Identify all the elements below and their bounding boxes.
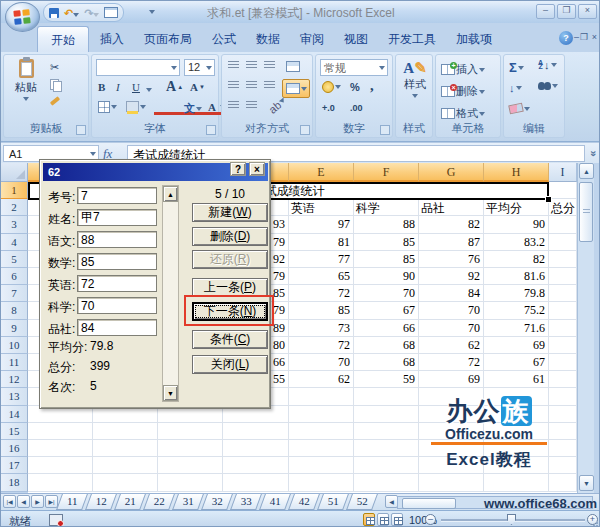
cell-E14[interactable] [289,406,354,423]
workbook-restore-icon[interactable]: ❐ [580,32,588,42]
cell-G3[interactable]: 82 [419,216,484,233]
align-bottom-button[interactable] [264,61,275,70]
field-input-4[interactable] [77,253,157,270]
cell-F5[interactable]: 85 [354,251,419,268]
cell-D18[interactable] [223,474,289,491]
font-name-combo[interactable] [96,59,180,76]
view-page-break-button[interactable] [391,513,403,526]
autosum-button[interactable]: Σ [509,60,524,75]
cell-E13[interactable] [289,388,354,405]
bold-button[interactable]: B [98,81,105,93]
cell-F2[interactable]: 科学 [354,199,419,216]
cell-D17[interactable] [223,457,289,474]
cut-button[interactable]: ✂ [50,61,59,74]
sheet-tab-51[interactable]: 51 [317,494,349,510]
office-button[interactable] [5,2,40,32]
paste-button[interactable]: 粘贴 [10,59,42,101]
cell-C18[interactable] [158,474,223,491]
format-painter-button[interactable] [50,99,60,103]
align-center-button[interactable] [246,81,257,90]
cell-G2[interactable]: 品社 [419,199,484,216]
alignment-launcher-icon[interactable] [300,125,310,135]
help-icon[interactable]: ? [559,31,573,45]
dialog-help-icon[interactable]: ? [230,162,246,176]
fill-button[interactable]: ↓ [509,82,522,94]
cell-G8[interactable]: 70 [419,302,484,319]
cell-E5[interactable]: 77 [289,251,354,268]
sheet-tab-11[interactable]: 11 [56,494,88,510]
cell-E11[interactable]: 70 [289,354,354,371]
cell-H3[interactable]: 90 [484,216,549,233]
row-header-2[interactable]: 2 [1,199,28,216]
currency-button[interactable] [322,81,341,93]
cell-F14[interactable] [354,406,419,423]
cell-I3[interactable] [549,216,577,233]
row-header-4[interactable]: 4 [1,234,28,251]
cell-H10[interactable]: 69 [484,337,549,354]
sheet-tab-33[interactable]: 33 [230,494,262,510]
resize-grip[interactable] [593,521,599,527]
sheet-tab-31[interactable]: 31 [172,494,204,510]
cell-I16[interactable] [549,440,577,457]
column-header-E[interactable]: E [289,163,354,182]
dialog-button-条件[interactable]: 条件(C) [192,330,268,349]
row-header-18[interactable]: 18 [1,474,28,491]
cell-D16[interactable] [223,440,289,457]
cell-E12[interactable]: 62 [289,371,354,388]
row-header-14[interactable]: 14 [1,406,28,423]
clipboard-launcher-icon[interactable] [76,125,86,135]
view-normal-button[interactable] [363,513,375,526]
cell-G10[interactable]: 62 [419,337,484,354]
ribbon-tab-审阅[interactable]: 审阅 [287,26,337,52]
cell-G18[interactable] [419,474,484,491]
percent-button[interactable]: % [350,81,360,93]
vertical-scrollbar[interactable]: ▲ ▼ [577,163,594,493]
ribbon-tab-页面布局[interactable]: 页面布局 [131,26,205,52]
row-header-13[interactable]: 13 [1,388,28,405]
sheet-tab-32[interactable]: 32 [201,494,233,510]
cell-G9[interactable]: 70 [419,320,484,337]
data-form-icon[interactable] [104,7,118,18]
cell-I11[interactable] [549,354,577,371]
row-header-16[interactable]: 16 [1,440,28,457]
cell-E16[interactable] [289,440,354,457]
zoom-slider-thumb[interactable] [507,514,516,525]
cell-styles-button[interactable]: A✎ 样式 [399,61,431,98]
cell-A18[interactable] [28,474,93,491]
workbook-close-icon[interactable]: × [592,32,597,42]
cell-G6[interactable]: 92 [419,268,484,285]
cell-H12[interactable]: 61 [484,371,549,388]
row-header-8[interactable]: 8 [1,302,28,319]
restore-button[interactable]: ❐ [557,4,576,19]
cell-H18[interactable] [484,474,549,491]
increase-indent-button[interactable] [246,101,257,110]
cell-E6[interactable]: 65 [289,268,354,285]
ribbon-tab-视图[interactable]: 视图 [331,26,381,52]
cell-E10[interactable]: 72 [289,337,354,354]
close-button[interactable]: × [578,4,597,19]
workbook-minimize-icon[interactable]: – [574,32,579,42]
row-header-5[interactable]: 5 [1,251,28,268]
view-page-layout-button[interactable] [377,513,389,526]
sheet-tab-12[interactable]: 12 [85,494,117,510]
cell-F6[interactable]: 90 [354,268,419,285]
comma-button[interactable]: , [370,77,374,94]
vertical-scroll-thumb[interactable] [579,182,593,242]
cell-F12[interactable]: 59 [354,371,419,388]
cell-B17[interactable] [93,457,158,474]
row-header-9[interactable]: 9 [1,320,28,337]
dialog-button-新建[interactable]: 新建(W) [192,203,268,222]
find-select-button[interactable] [538,82,558,90]
row-headers[interactable]: 123456789101112131415161718 [1,182,28,493]
cell-C16[interactable] [158,440,223,457]
undo-button[interactable]: ↶ [64,7,79,19]
qat-dropdown-icon[interactable] [149,10,155,14]
shrink-font-button[interactable]: A▼ [190,81,205,93]
sheet-tab-21[interactable]: 21 [114,494,146,510]
cell-G5[interactable]: 76 [419,251,484,268]
sheet-tab-52[interactable]: 52 [346,494,378,510]
row-header-7[interactable]: 7 [1,285,28,302]
field-input-5[interactable] [77,275,157,292]
cell-I15[interactable] [549,423,577,440]
cell-I1[interactable] [549,182,577,199]
